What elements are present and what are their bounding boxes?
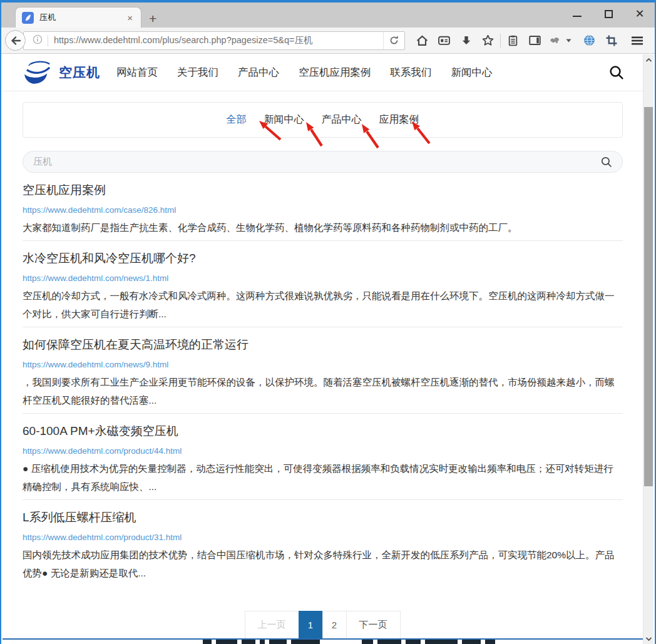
result-description: ，我国则要求所有工业生产企业采用更节能环保的设备，以保护环境。随着活塞空压机被螺… bbox=[23, 373, 623, 409]
result-title[interactable]: 空压机应用案例 bbox=[23, 183, 623, 198]
nav-item-products[interactable]: 产品中心 bbox=[238, 66, 279, 79]
window-controls: ✕ bbox=[571, 8, 646, 20]
result-item: 空压机应用案例 https://www.dedehtml.com/case/82… bbox=[23, 173, 623, 241]
scrollbar-down-icon[interactable] bbox=[643, 633, 653, 644]
result-item: L系列低压螺杆压缩机 https://www.dedehtml.com/prod… bbox=[23, 500, 623, 586]
nav-item-news[interactable]: 新闻中心 bbox=[451, 66, 493, 79]
browser-tab[interactable]: 压机 × bbox=[15, 7, 141, 28]
result-url[interactable]: https://www.dedehtml.com/product/44.html bbox=[23, 446, 623, 456]
result-url[interactable]: https://www.dedehtml.com/case/826.html bbox=[23, 205, 623, 215]
close-button[interactable]: ✕ bbox=[633, 8, 646, 20]
chevron-down-icon[interactable] bbox=[563, 30, 573, 51]
header-search-button[interactable] bbox=[609, 65, 624, 80]
back-button[interactable] bbox=[5, 30, 26, 51]
result-description: 大家都知道制药厂是指生产抗生素、化学合成药、生物化学药、植物化学药等原料药和各种… bbox=[23, 218, 623, 237]
minimize-button[interactable] bbox=[571, 8, 583, 20]
identity-card-icon[interactable] bbox=[433, 30, 455, 51]
scrollbar-thumb[interactable] bbox=[644, 107, 653, 486]
search-submit-icon[interactable] bbox=[601, 156, 612, 168]
web-page: 空压机 网站首页 关于我们 产品中心 空压机应用案例 联系我们 新闻中心 全部 bbox=[3, 54, 643, 644]
toolbar-separator bbox=[500, 34, 501, 48]
filter-tab-all[interactable]: 全部 bbox=[227, 113, 247, 126]
pagination-page-1[interactable]: 1 bbox=[299, 611, 323, 639]
address-bar[interactable]: https://www.dedehtml.com/plus/search.php… bbox=[23, 31, 405, 50]
result-title[interactable]: 如何保障空压机在夏天高温环境的正常运行 bbox=[23, 337, 623, 352]
scrollbar-up-icon[interactable] bbox=[643, 54, 653, 65]
tab-close-icon[interactable]: × bbox=[125, 13, 135, 23]
result-item: 如何保障空压机在夏天高温环境的正常运行 https://www.dedehtml… bbox=[23, 327, 623, 414]
sidebar-panel-icon[interactable] bbox=[524, 30, 546, 51]
result-title[interactable]: 60-100A PM+永磁变频空压机 bbox=[23, 424, 623, 439]
home-button[interactable] bbox=[411, 30, 433, 51]
nav-item-cases[interactable]: 空压机应用案例 bbox=[299, 66, 371, 79]
clipboard-icon[interactable] bbox=[502, 30, 524, 51]
browser-toolbar: https://www.dedehtml.com/plus/search.php… bbox=[1, 28, 655, 54]
nav-item-home[interactable]: 网站首页 bbox=[116, 66, 158, 79]
result-item: 60-100A PM+永磁变频空压机 https://www.dedehtml.… bbox=[23, 414, 623, 500]
new-tab-button[interactable]: + bbox=[149, 12, 156, 25]
filter-tab-cases[interactable]: 应用案例 bbox=[379, 113, 419, 126]
search-bar bbox=[23, 151, 623, 173]
search-input[interactable] bbox=[33, 156, 601, 167]
maximize-button[interactable] bbox=[602, 8, 615, 20]
pagination-prev-button[interactable]: 上一页 bbox=[245, 611, 299, 639]
pagination-next-button[interactable]: 下一页 bbox=[346, 611, 401, 639]
result-url[interactable]: https://www.dedehtml.com/product/31.html bbox=[23, 533, 623, 542]
site-nav: 网站首页 关于我们 产品中心 空压机应用案例 联系我们 新闻中心 bbox=[116, 66, 493, 79]
nav-item-contact[interactable]: 联系我们 bbox=[391, 66, 432, 79]
search-results: 空压机应用案例 https://www.dedehtml.com/case/82… bbox=[23, 173, 623, 586]
filter-tab-news[interactable]: 新闻中心 bbox=[264, 113, 304, 126]
tab-title: 压机 bbox=[39, 12, 125, 23]
filter-tab-products[interactable]: 产品中心 bbox=[322, 113, 362, 126]
page-viewport: 空压机 网站首页 关于我们 产品中心 空压机应用案例 联系我们 新闻中心 全部 bbox=[3, 54, 653, 644]
footer-clipped bbox=[3, 638, 643, 644]
url-text[interactable]: https://www.dedehtml.com/plus/search.php… bbox=[54, 34, 383, 46]
result-item: 水冷空压机和风冷空压机哪个好? https://www.dedehtml.com… bbox=[23, 241, 623, 327]
filter-tabs: 全部 新闻中心 产品中心 应用案例 bbox=[23, 102, 623, 138]
result-url[interactable]: https://www.dedehtml.com/news/1.html bbox=[23, 273, 623, 283]
reload-button[interactable] bbox=[383, 32, 404, 49]
extension-moth-icon[interactable] bbox=[546, 30, 563, 51]
site-favicon-icon bbox=[22, 12, 34, 24]
result-description: 空压机的冷却方式，一般有水冷式和风冷式两种。这两种方式很难说孰优孰劣，只能说看是… bbox=[23, 287, 623, 323]
tab-bar: 压机 × + ✕ bbox=[1, 3, 655, 28]
site-logo[interactable]: 空压机 bbox=[21, 59, 100, 86]
search-icon bbox=[609, 65, 624, 80]
result-title[interactable]: L系列低压螺杆压缩机 bbox=[23, 510, 623, 525]
browser-window: 压机 × + ✕ https://www.dedehtml.com/plus/s… bbox=[0, 0, 656, 644]
bookmark-star-icon[interactable] bbox=[477, 30, 499, 51]
result-description: 国内领先技术成功应用集团的技术优势，结合中国压缩机市场，针对众多特殊行业，全新开… bbox=[23, 546, 623, 582]
logo-swoosh-icon bbox=[21, 59, 55, 86]
crop-screenshot-icon[interactable] bbox=[600, 30, 622, 51]
result-url[interactable]: https://www.dedehtml.com/news/9.html bbox=[23, 360, 623, 369]
pagination: 上一页 1 2 下一页 bbox=[3, 611, 643, 639]
scrollbar[interactable] bbox=[643, 54, 653, 644]
pagination-page-2[interactable]: 2 bbox=[322, 611, 347, 639]
page-info-icon[interactable] bbox=[33, 34, 43, 47]
globe-extension-icon[interactable] bbox=[578, 30, 600, 51]
result-description: ● 压缩机使用技术为优异的矢量控制器，动态运行性能突出，可使得变频器根据频率和负… bbox=[23, 459, 623, 496]
downloads-button[interactable] bbox=[455, 30, 477, 51]
logo-text: 空压机 bbox=[59, 64, 100, 81]
site-header: 空压机 网站首页 关于我们 产品中心 空压机应用案例 联系我们 新闻中心 bbox=[3, 54, 643, 91]
result-title[interactable]: 水冷空压机和风冷空压机哪个好? bbox=[23, 251, 623, 266]
nav-item-about[interactable]: 关于我们 bbox=[177, 66, 218, 79]
urlbar-divider bbox=[48, 35, 48, 46]
menu-hamburger-icon[interactable] bbox=[626, 30, 648, 51]
filter-section: 全部 新闻中心 产品中心 应用案例 bbox=[23, 102, 623, 138]
